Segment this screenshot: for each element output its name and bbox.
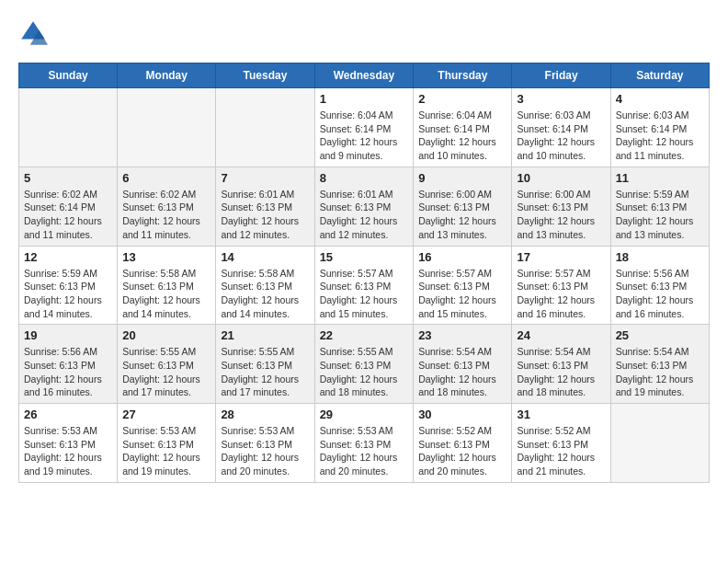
day-number: 23 xyxy=(418,328,506,342)
calendar-cell: 1Sunrise: 6:04 AM Sunset: 6:14 PM Daylig… xyxy=(314,88,414,167)
calendar-cell xyxy=(118,88,216,167)
day-info: Sunrise: 5:54 AM Sunset: 6:13 PM Dayligh… xyxy=(517,345,605,399)
day-info: Sunrise: 5:57 AM Sunset: 6:13 PM Dayligh… xyxy=(320,267,409,321)
calendar-cell: 31Sunrise: 5:52 AM Sunset: 6:13 PM Dayli… xyxy=(512,404,610,483)
calendar-week-row: 5Sunrise: 6:02 AM Sunset: 6:14 PM Daylig… xyxy=(19,167,710,246)
calendar-cell: 29Sunrise: 5:53 AM Sunset: 6:13 PM Dayli… xyxy=(314,404,414,483)
day-info: Sunrise: 6:02 AM Sunset: 6:14 PM Dayligh… xyxy=(24,188,112,242)
day-number: 12 xyxy=(24,250,112,264)
day-number: 10 xyxy=(517,171,605,185)
calendar-cell: 13Sunrise: 5:58 AM Sunset: 6:13 PM Dayli… xyxy=(118,246,216,325)
day-info: Sunrise: 5:54 AM Sunset: 6:13 PM Dayligh… xyxy=(616,345,704,399)
day-number: 29 xyxy=(320,408,409,421)
day-number: 9 xyxy=(418,171,506,185)
day-info: Sunrise: 6:04 AM Sunset: 6:14 PM Dayligh… xyxy=(418,109,506,163)
calendar-cell: 12Sunrise: 5:59 AM Sunset: 6:13 PM Dayli… xyxy=(19,246,118,325)
calendar-cell: 17Sunrise: 5:57 AM Sunset: 6:13 PM Dayli… xyxy=(512,246,610,325)
calendar-cell: 25Sunrise: 5:54 AM Sunset: 6:13 PM Dayli… xyxy=(610,325,709,404)
calendar-cell: 23Sunrise: 5:54 AM Sunset: 6:13 PM Dayli… xyxy=(414,325,512,404)
calendar-cell: 4Sunrise: 6:03 AM Sunset: 6:14 PM Daylig… xyxy=(610,88,709,167)
day-info: Sunrise: 6:03 AM Sunset: 6:14 PM Dayligh… xyxy=(616,109,704,163)
day-info: Sunrise: 6:00 AM Sunset: 6:13 PM Dayligh… xyxy=(418,188,506,242)
day-info: Sunrise: 5:53 AM Sunset: 6:13 PM Dayligh… xyxy=(24,424,112,478)
day-number: 26 xyxy=(24,408,112,421)
day-number: 19 xyxy=(24,328,112,342)
day-number: 6 xyxy=(122,171,210,185)
day-header-sunday: Sunday xyxy=(19,63,118,88)
day-number: 31 xyxy=(517,408,605,421)
day-header-saturday: Saturday xyxy=(610,63,709,88)
day-number: 20 xyxy=(122,328,210,342)
day-info: Sunrise: 5:55 AM Sunset: 6:13 PM Dayligh… xyxy=(320,345,409,399)
calendar-cell: 22Sunrise: 5:55 AM Sunset: 6:13 PM Dayli… xyxy=(314,325,414,404)
calendar-cell xyxy=(19,88,118,167)
day-number: 18 xyxy=(616,250,704,264)
calendar-cell: 26Sunrise: 5:53 AM Sunset: 6:13 PM Dayli… xyxy=(19,404,118,483)
calendar-cell: 19Sunrise: 5:56 AM Sunset: 6:13 PM Dayli… xyxy=(19,325,118,404)
day-number: 2 xyxy=(418,92,506,106)
calendar-table: SundayMondayTuesdayWednesdayThursdayFrid… xyxy=(18,63,710,483)
calendar-cell: 27Sunrise: 5:53 AM Sunset: 6:13 PM Dayli… xyxy=(118,404,216,483)
day-number: 28 xyxy=(221,408,309,421)
calendar-cell: 8Sunrise: 6:01 AM Sunset: 6:13 PM Daylig… xyxy=(314,167,414,246)
day-number: 16 xyxy=(418,250,506,264)
day-number: 13 xyxy=(122,250,210,264)
day-info: Sunrise: 5:56 AM Sunset: 6:13 PM Dayligh… xyxy=(616,267,704,321)
day-info: Sunrise: 5:55 AM Sunset: 6:13 PM Dayligh… xyxy=(221,345,309,399)
day-number: 8 xyxy=(320,171,409,185)
day-info: Sunrise: 5:55 AM Sunset: 6:13 PM Dayligh… xyxy=(122,345,210,399)
day-info: Sunrise: 5:57 AM Sunset: 6:13 PM Dayligh… xyxy=(418,267,506,321)
calendar-cell: 3Sunrise: 6:03 AM Sunset: 6:14 PM Daylig… xyxy=(512,88,610,167)
day-number: 27 xyxy=(122,408,210,421)
day-number: 30 xyxy=(418,408,506,421)
day-info: Sunrise: 5:59 AM Sunset: 6:13 PM Dayligh… xyxy=(616,188,704,242)
day-number: 17 xyxy=(517,250,605,264)
day-number: 3 xyxy=(517,92,605,106)
calendar-week-row: 19Sunrise: 5:56 AM Sunset: 6:13 PM Dayli… xyxy=(19,325,710,404)
calendar-cell: 5Sunrise: 6:02 AM Sunset: 6:14 PM Daylig… xyxy=(19,167,118,246)
day-number: 11 xyxy=(616,171,704,185)
day-info: Sunrise: 6:00 AM Sunset: 6:13 PM Dayligh… xyxy=(517,188,605,242)
calendar-cell: 21Sunrise: 5:55 AM Sunset: 6:13 PM Dayli… xyxy=(216,325,314,404)
day-info: Sunrise: 5:52 AM Sunset: 6:13 PM Dayligh… xyxy=(517,424,605,478)
calendar-week-row: 1Sunrise: 6:04 AM Sunset: 6:14 PM Daylig… xyxy=(19,88,710,167)
calendar-header-row: SundayMondayTuesdayWednesdayThursdayFrid… xyxy=(19,63,710,88)
day-info: Sunrise: 5:58 AM Sunset: 6:13 PM Dayligh… xyxy=(221,267,309,321)
day-number: 24 xyxy=(517,328,605,342)
calendar-cell: 6Sunrise: 6:02 AM Sunset: 6:13 PM Daylig… xyxy=(118,167,216,246)
logo xyxy=(18,18,51,48)
page-header xyxy=(18,18,710,48)
day-info: Sunrise: 6:01 AM Sunset: 6:13 PM Dayligh… xyxy=(221,188,309,242)
calendar-cell: 16Sunrise: 5:57 AM Sunset: 6:13 PM Dayli… xyxy=(414,246,512,325)
day-info: Sunrise: 5:53 AM Sunset: 6:13 PM Dayligh… xyxy=(221,424,309,478)
day-info: Sunrise: 5:52 AM Sunset: 6:13 PM Dayligh… xyxy=(418,424,506,478)
day-header-wednesday: Wednesday xyxy=(314,63,414,88)
day-number: 14 xyxy=(221,250,309,264)
calendar-cell: 28Sunrise: 5:53 AM Sunset: 6:13 PM Dayli… xyxy=(216,404,314,483)
day-info: Sunrise: 5:53 AM Sunset: 6:13 PM Dayligh… xyxy=(122,424,210,478)
day-number: 4 xyxy=(616,92,704,106)
calendar-week-row: 26Sunrise: 5:53 AM Sunset: 6:13 PM Dayli… xyxy=(19,404,710,483)
day-header-monday: Monday xyxy=(118,63,216,88)
calendar-cell: 2Sunrise: 6:04 AM Sunset: 6:14 PM Daylig… xyxy=(414,88,512,167)
day-info: Sunrise: 5:57 AM Sunset: 6:13 PM Dayligh… xyxy=(517,267,605,321)
calendar-week-row: 12Sunrise: 5:59 AM Sunset: 6:13 PM Dayli… xyxy=(19,246,710,325)
calendar-cell: 14Sunrise: 5:58 AM Sunset: 6:13 PM Dayli… xyxy=(216,246,314,325)
day-info: Sunrise: 5:59 AM Sunset: 6:13 PM Dayligh… xyxy=(24,267,112,321)
calendar-cell: 10Sunrise: 6:00 AM Sunset: 6:13 PM Dayli… xyxy=(512,167,610,246)
calendar-cell: 20Sunrise: 5:55 AM Sunset: 6:13 PM Dayli… xyxy=(118,325,216,404)
calendar-cell: 24Sunrise: 5:54 AM Sunset: 6:13 PM Dayli… xyxy=(512,325,610,404)
day-number: 21 xyxy=(221,328,309,342)
day-header-friday: Friday xyxy=(512,63,610,88)
day-number: 25 xyxy=(616,328,704,342)
day-info: Sunrise: 5:54 AM Sunset: 6:13 PM Dayligh… xyxy=(418,345,506,399)
day-number: 1 xyxy=(320,92,409,106)
calendar-cell: 11Sunrise: 5:59 AM Sunset: 6:13 PM Dayli… xyxy=(610,167,709,246)
calendar-cell: 7Sunrise: 6:01 AM Sunset: 6:13 PM Daylig… xyxy=(216,167,314,246)
day-number: 5 xyxy=(24,171,112,185)
day-number: 15 xyxy=(320,250,409,264)
day-info: Sunrise: 6:03 AM Sunset: 6:14 PM Dayligh… xyxy=(517,109,605,163)
calendar-cell: 9Sunrise: 6:00 AM Sunset: 6:13 PM Daylig… xyxy=(414,167,512,246)
calendar-cell xyxy=(216,88,314,167)
day-header-tuesday: Tuesday xyxy=(216,63,314,88)
